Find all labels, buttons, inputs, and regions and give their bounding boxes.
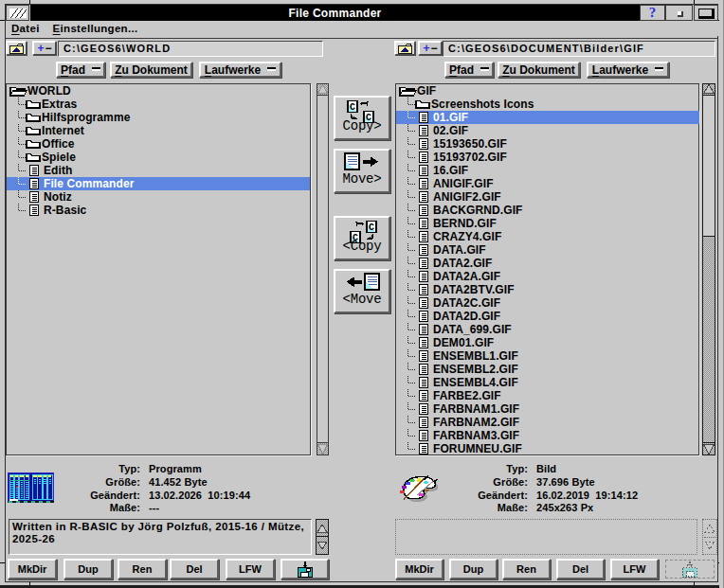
svg-text:C: C xyxy=(350,102,355,113)
svg-text:C: C xyxy=(369,223,374,233)
